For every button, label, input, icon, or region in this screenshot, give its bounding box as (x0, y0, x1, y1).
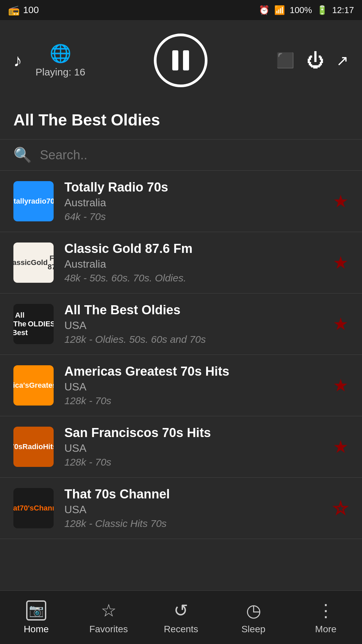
station-meta: 128k - Classic Hits 70s (64, 518, 326, 529)
station-name: Classic Gold 87.6 Fm (64, 241, 326, 256)
home-icon: 📷 (26, 600, 46, 621)
station-info: Americas Greatest 70s Hits USA 128k - 70… (64, 364, 326, 407)
station-country: USA (64, 319, 326, 332)
left-icons: ♪ 🌐 Playing: 16 (13, 43, 85, 78)
bottom-nav: 📷 Home ☆ Favorites ↺ Recents ◷ Sleep ⋮ M… (0, 590, 362, 644)
station-info: Classic Gold 87.6 Fm Australia 48k - 50s… (64, 241, 326, 284)
station-item[interactable]: 70sRadioHits San Franciscos 70s Hits USA… (0, 416, 362, 478)
station-logo: totallyradio70's (13, 181, 54, 221)
share-icon[interactable]: ↗ (336, 52, 349, 69)
battery-level: 100% (290, 5, 312, 15)
favorite-star[interactable]: ★ (333, 437, 349, 457)
status-number: 100 (23, 5, 39, 15)
playing-text: Playing: 16 (36, 66, 85, 78)
now-playing-title: All The Best Oldies (0, 104, 362, 139)
station-meta: 64k - 70s (64, 211, 326, 222)
station-logo: 70sRadioHits (13, 427, 54, 467)
favorite-star[interactable]: ★ (333, 253, 349, 273)
app-wrapper: ♪ 🌐 Playing: 16 ⬛ ⏻ ↗ (0, 20, 362, 644)
nav-label-more: More (315, 624, 337, 635)
station-item[interactable]: ClassicGoldFM 87.6 Classic Gold 87.6 Fm … (0, 232, 362, 293)
alarm-icon: ⏰ (259, 5, 269, 15)
search-icon: 🔍 (13, 146, 32, 164)
nav-item-favorites[interactable]: ☆ Favorites (72, 600, 145, 635)
pause-icon (172, 50, 189, 70)
controls-row: ♪ 🌐 Playing: 16 ⬛ ⏻ ↗ (13, 34, 349, 87)
power-icon[interactable]: ⏻ (307, 50, 324, 70)
station-country: USA (64, 381, 326, 393)
favorite-star[interactable]: ★ (333, 191, 349, 211)
station-info: San Franciscos 70s Hits USA 128k - 70s (64, 426, 326, 468)
favorite-star[interactable]: ★ (333, 314, 349, 334)
battery-icon: 🔋 (317, 5, 327, 15)
station-country: USA (64, 503, 326, 516)
station-name: Totally Radio 70s (64, 180, 326, 195)
nav-label-sleep: Sleep (241, 624, 265, 635)
nav-item-home[interactable]: 📷 Home (0, 600, 72, 635)
station-item[interactable]: All The BestOLDIES All The Best Oldies U… (0, 293, 362, 355)
station-name: Americas Greatest 70s Hits (64, 364, 326, 379)
status-left: 📻 100 (8, 5, 39, 16)
pause-bar-left (172, 50, 178, 70)
station-meta: 128k - 70s (64, 457, 326, 468)
pause-button[interactable] (154, 34, 207, 87)
nav-label-recents: Recents (164, 624, 198, 635)
favorite-star[interactable]: ★ (333, 375, 349, 395)
nav-item-recents[interactable]: ↺ Recents (145, 600, 217, 635)
station-item[interactable]: America'sGreatest70s Hits Americas Great… (0, 355, 362, 416)
station-logo: All The BestOLDIES (13, 304, 54, 344)
station-logo: ClassicGoldFM 87.6 (13, 243, 54, 283)
favorite-star-empty[interactable]: ☆ (333, 498, 349, 518)
station-item[interactable]: totallyradio70's Totally Radio 70s Austr… (0, 171, 362, 232)
station-meta: 128k - 70s (64, 395, 326, 407)
station-meta: 128k - Oldies. 50s. 60s and 70s (64, 334, 326, 345)
time-display: 12:17 (332, 5, 354, 15)
stop-icon[interactable]: ⬛ (276, 52, 295, 69)
top-controls: ♪ 🌐 Playing: 16 ⬛ ⏻ ↗ (0, 20, 362, 104)
station-name: All The Best Oldies (64, 303, 326, 317)
nav-label-favorites: Favorites (89, 624, 128, 635)
station-info: All The Best Oldies USA 128k - Oldies. 5… (64, 303, 326, 345)
nav-item-more[interactable]: ⋮ More (290, 600, 362, 635)
station-meta: 48k - 50s. 60s. 70s. Oldies. (64, 272, 326, 284)
globe-icon[interactable]: 🌐 (50, 43, 71, 64)
wifi-icon: 📶 (274, 5, 285, 15)
pause-bar-right (183, 50, 189, 70)
station-country: Australia (64, 197, 326, 209)
station-name: That 70s Channel (64, 487, 326, 501)
station-list: totallyradio70's Totally Radio 70s Austr… (0, 171, 362, 644)
search-container: 🔍 (0, 139, 362, 171)
sleep-icon: ◷ (246, 600, 261, 621)
status-bar: 📻 100 ⏰ 📶 100% 🔋 12:17 (0, 0, 362, 20)
app-icon: 📻 (8, 5, 20, 16)
nav-label-home: Home (24, 624, 49, 635)
recents-icon: ↺ (174, 600, 188, 621)
station-country: Australia (64, 258, 326, 270)
right-icons: ⬛ ⏻ ↗ (276, 50, 349, 70)
search-input[interactable] (40, 148, 349, 162)
station-name: San Franciscos 70s Hits (64, 426, 326, 440)
music-note-icon[interactable]: ♪ (13, 50, 22, 70)
station-info: That 70s Channel USA 128k - Classic Hits… (64, 487, 326, 529)
status-right: ⏰ 📶 100% 🔋 12:17 (259, 5, 354, 15)
station-info: Totally Radio 70s Australia 64k - 70s (64, 180, 326, 222)
more-icon: ⋮ (317, 600, 335, 621)
station-country: USA (64, 442, 326, 454)
station-logo: That70'sChannel (13, 488, 54, 528)
nav-item-sleep[interactable]: ◷ Sleep (217, 600, 290, 635)
station-logo: America'sGreatest70s Hits (13, 365, 54, 406)
station-item[interactable]: That70'sChannel That 70s Channel USA 128… (0, 478, 362, 539)
content-area: ♪ 🌐 Playing: 16 ⬛ ⏻ ↗ (0, 20, 362, 644)
favorites-icon: ☆ (101, 600, 117, 621)
